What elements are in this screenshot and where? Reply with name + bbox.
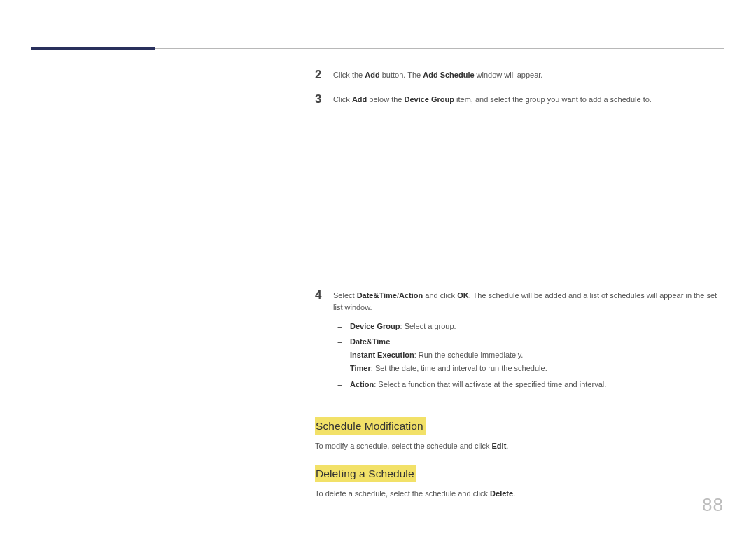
bold: Date&Time [350,337,390,346]
paragraph: To modify a schedule, select the schedul… [315,440,721,452]
dash-icon: ‒ [333,336,350,376]
page: 2 Click the Add button. The Add Schedule… [0,0,756,534]
bold: Edit [492,442,507,450]
bold: Action [399,291,423,300]
text: Select [333,291,357,300]
nested-item: Timer: Set the date, time and interval t… [350,363,721,374]
list-item: ‒ Date&Time Instant Execution: Run the s… [333,336,721,376]
text: and click [423,291,457,300]
bold: Add [352,95,367,104]
list-body: Device Group: Select a group. [350,321,721,332]
text: To modify a schedule, select the schedul… [315,442,492,450]
text: . [506,442,508,450]
step-4: 4 Select Date&Time/Action and click OK. … [315,289,721,393]
step-number: 4 [315,289,333,393]
step-3: 3 Click Add below the Device Group item,… [315,93,721,106]
step-number: 2 [315,69,333,82]
text: item, and select the group you want to a… [454,95,652,104]
bold: OK [457,291,469,300]
page-number: 88 [702,494,724,516]
list-item: ‒ Action: Select a function that will ac… [333,379,721,391]
text: Click the [333,71,365,79]
text: : Set the date, time and interval to run… [371,364,547,372]
text: To delete a schedule, select the schedul… [315,489,490,498]
bold: Device Group [350,322,400,330]
step-body: Click Add below the Device Group item, a… [333,93,721,106]
step-body: Click the Add button. The Add Schedule w… [333,69,721,82]
step-number: 3 [315,93,333,106]
bold: Add [365,71,379,79]
dash-icon: ‒ [333,321,350,332]
header-accent [31,47,155,50]
list-body: Date&Time Instant Execution: Run the sch… [350,336,721,376]
nested-list: Instant Execution: Run the schedule imme… [350,349,721,374]
bold: Delete [490,489,513,498]
step-body: Select Date&Time/Action and click OK. Th… [333,289,721,393]
text: : Run the schedule immediately. [414,351,524,359]
bold: Action [350,380,374,388]
heading-schedule-modification: Schedule Modification [315,417,426,435]
text: window will appear. [475,71,543,79]
heading-deleting-schedule: Deleting a Schedule [315,465,416,482]
list-item: ‒ Device Group: Select a group. [333,321,721,332]
sub-list: ‒ Device Group: Select a group. ‒ Date&T… [333,321,721,390]
nested-item: Instant Execution: Run the schedule imme… [350,349,721,361]
text: . [513,489,515,498]
bold: Instant Execution [350,351,414,359]
text: : Select a group. [400,322,456,330]
bold: Timer [350,364,371,372]
bold: Device Group [404,95,454,104]
list-body: Action: Select a function that will acti… [350,379,721,391]
content-column: 2 Click the Add button. The Add Schedule… [315,69,721,500]
bold: Add Schedule [423,71,474,79]
paragraph: To delete a schedule, select the schedul… [315,488,721,500]
step-2: 2 Click the Add button. The Add Schedule… [315,69,721,82]
text: button. The [380,71,424,79]
text: : Select a function that will activate a… [374,380,606,388]
dash-icon: ‒ [333,379,350,391]
text: Click [333,95,352,104]
text: below the [367,95,404,104]
bold: Date&Time [357,291,397,300]
figure-placeholder [315,117,721,289]
